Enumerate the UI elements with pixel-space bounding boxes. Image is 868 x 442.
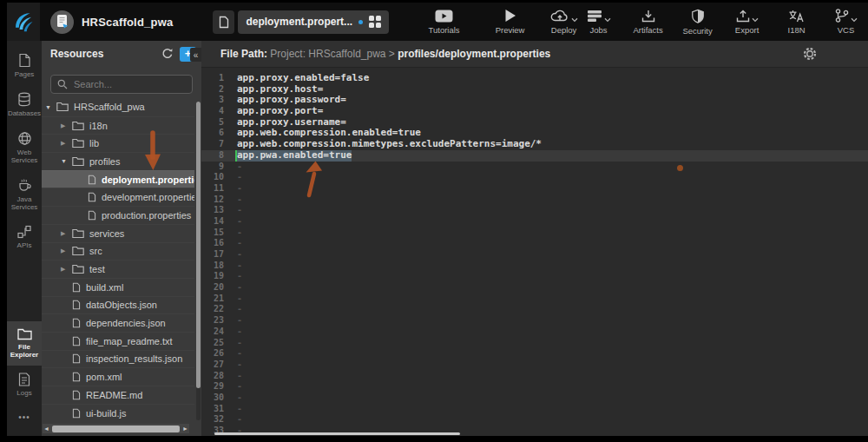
refresh-icon[interactable] bbox=[161, 48, 174, 60]
code-line-13[interactable]: 13- bbox=[201, 205, 868, 216]
chevron-collapsed-icon[interactable]: ▶ bbox=[61, 122, 72, 129]
tree-item-lib[interactable]: ▶lib bbox=[42, 134, 194, 152]
code-line-1[interactable]: 1app.proxy.enabled=false bbox=[201, 73, 868, 84]
tree-item-dataobjects-json[interactable]: dataObjects.json bbox=[42, 296, 194, 314]
tree-item-i18n[interactable]: ▶i18n bbox=[42, 116, 194, 135]
tree-item-readme-md[interactable]: README.md bbox=[42, 386, 194, 404]
i18n-button[interactable]: I18N bbox=[779, 10, 814, 35]
code-line-28[interactable]: 28- bbox=[201, 371, 868, 382]
preview-button[interactable]: Preview bbox=[493, 9, 528, 35]
search-input[interactable] bbox=[72, 78, 186, 90]
code-line-25[interactable]: 25- bbox=[201, 338, 868, 349]
tree-horizontal-scrollbar[interactable]: ◄ ► bbox=[43, 424, 189, 433]
collapse-panel-icon[interactable]: « bbox=[190, 48, 201, 62]
chevron-collapsed-icon[interactable]: ▶ bbox=[61, 230, 72, 237]
sidebar-item-java-services[interactable]: Java Services bbox=[7, 171, 42, 218]
chevron-expanded-icon[interactable]: ▼ bbox=[61, 158, 72, 164]
sidebar-item-apis[interactable]: APIs bbox=[7, 218, 42, 256]
wavemaker-logo[interactable] bbox=[7, 3, 40, 41]
code-line-17[interactable]: 17- bbox=[201, 249, 868, 261]
tree-item-pom-xml[interactable]: pom.xml bbox=[42, 367, 194, 386]
code-line-12[interactable]: 12- bbox=[201, 195, 868, 206]
tree-item-production-properties[interactable]: production.properties bbox=[42, 206, 194, 224]
code-line-31[interactable]: 31- bbox=[201, 404, 868, 415]
editor-settings-gear-icon[interactable] bbox=[802, 46, 818, 62]
chevron-collapsed-icon[interactable]: ▶ bbox=[61, 247, 72, 254]
tab-deployment-properties[interactable]: deployment.propert... bbox=[238, 10, 388, 34]
sidebar-item-pages[interactable]: Pages bbox=[7, 46, 42, 85]
tree-item-hrscaffold-pwa[interactable]: ▼HRScaffold_pwa bbox=[42, 98, 194, 116]
sidebar-item-databases[interactable]: Databases bbox=[7, 85, 42, 124]
tree-item-label: pom.xml bbox=[86, 372, 122, 382]
tree-item-file-map-readme-txt[interactable]: file_map_readme.txt bbox=[42, 332, 194, 350]
code-line-20[interactable]: 20- bbox=[201, 282, 868, 294]
code-line-8[interactable]: 8app.pwa.enabled=true bbox=[201, 150, 868, 162]
git-branch-icon bbox=[834, 9, 849, 23]
code-line-4[interactable]: 4app.proxy.port= bbox=[201, 106, 868, 117]
file-icon bbox=[72, 318, 81, 328]
code-line-30[interactable]: 30- bbox=[201, 393, 868, 404]
tree-item-dependencies-json[interactable]: dependencies.json bbox=[42, 313, 194, 332]
tree-item-profiles[interactable]: ▼profiles bbox=[42, 152, 194, 170]
code-line-22[interactable]: 22- bbox=[201, 304, 868, 315]
tree-item-deployment-properties[interactable]: deployment.properties bbox=[42, 170, 194, 188]
tree-item-test[interactable]: ▶test bbox=[42, 260, 194, 278]
tree-item-label: profiles bbox=[89, 156, 120, 167]
vcs-button[interactable]: VCS bbox=[829, 9, 864, 35]
export-button[interactable]: Export bbox=[730, 10, 765, 35]
code-line-19[interactable]: 19- bbox=[201, 271, 868, 282]
code-line-9[interactable]: 9- bbox=[201, 162, 868, 173]
vcs-label: VCS bbox=[838, 25, 855, 35]
code-line-24[interactable]: 24- bbox=[201, 327, 868, 338]
code-line-23[interactable]: 23- bbox=[201, 315, 868, 327]
code-line-14[interactable]: 14- bbox=[201, 216, 868, 228]
rail-label: Databases bbox=[8, 109, 41, 117]
tree-item-label: inspection_results.json bbox=[86, 353, 182, 364]
sidebar-item-web-services[interactable]: Web Services bbox=[7, 124, 42, 171]
more-options-icon[interactable]: ••• bbox=[7, 404, 42, 436]
tree-item-build-xml[interactable]: build.xml bbox=[42, 278, 194, 296]
chevron-expanded-icon[interactable]: ▼ bbox=[45, 104, 56, 110]
security-button[interactable]: Security bbox=[681, 9, 715, 36]
tree-item-label: file_map_readme.txt bbox=[86, 336, 173, 346]
scrollbar-thumb[interactable] bbox=[52, 426, 180, 432]
chevron-collapsed-icon[interactable]: ▶ bbox=[61, 140, 72, 147]
tutorials-button[interactable]: Tutorials bbox=[427, 10, 462, 35]
project-switcher[interactable]: HRScaffold_pwa bbox=[50, 10, 173, 34]
tree-item-development-properties[interactable]: development.properties bbox=[42, 188, 194, 206]
code-line-26[interactable]: 26- bbox=[201, 348, 868, 360]
line-number: 14 bbox=[201, 216, 224, 228]
tree-item-inspection-results-json[interactable]: inspection_results.json bbox=[42, 350, 194, 368]
scroll-right-icon[interactable]: ► bbox=[181, 426, 189, 432]
tree-item-label: README.md bbox=[86, 390, 142, 400]
tree-item-src[interactable]: ▶src bbox=[42, 242, 194, 261]
sidebar-item-file-explorer[interactable]: File Explorer bbox=[7, 321, 42, 366]
code-line-10[interactable]: 10- bbox=[201, 172, 868, 183]
code-line-15[interactable]: 15- bbox=[201, 228, 868, 239]
code-line-29[interactable]: 29- bbox=[201, 381, 868, 393]
jobs-button[interactable]: Jobs bbox=[582, 10, 616, 35]
tree-vertical-scrollbar[interactable] bbox=[196, 102, 201, 420]
tree-item-ui-build-js[interactable]: ui-build.js bbox=[42, 404, 194, 420]
chevron-collapsed-icon[interactable]: ▶ bbox=[61, 266, 72, 273]
code-line-21[interactable]: 21- bbox=[201, 294, 868, 305]
artifacts-button[interactable]: Artifacts bbox=[631, 10, 666, 35]
deploy-button[interactable]: Deploy bbox=[547, 9, 582, 35]
dashboard-grid-icon[interactable] bbox=[369, 16, 381, 28]
sidebar-item-logs[interactable]: Logs bbox=[7, 366, 42, 404]
code-line-18[interactable]: 18- bbox=[201, 261, 868, 272]
line-number: 6 bbox=[201, 128, 224, 139]
scroll-left-icon[interactable]: ◄ bbox=[43, 426, 50, 432]
code-line-27[interactable]: 27- bbox=[201, 360, 868, 371]
file-icon-button[interactable] bbox=[213, 10, 234, 34]
tree-item-services[interactable]: ▶services bbox=[42, 224, 194, 242]
editor-horizontal-scrollbar[interactable] bbox=[214, 432, 460, 435]
code-area[interactable]: 1app.proxy.enabled=false2app.proxy.host=… bbox=[201, 67, 868, 436]
code-line-11[interactable]: 11- bbox=[201, 183, 868, 195]
code-line-16[interactable]: 16- bbox=[201, 238, 868, 249]
tree-item-label: build.xml bbox=[86, 282, 123, 293]
search-box[interactable] bbox=[50, 75, 193, 94]
code-line-32[interactable]: 32- bbox=[201, 414, 868, 426]
file-icon bbox=[72, 353, 81, 364]
code-line-7[interactable]: 7app.web.compression.mimetypes.excludePa… bbox=[201, 139, 868, 150]
